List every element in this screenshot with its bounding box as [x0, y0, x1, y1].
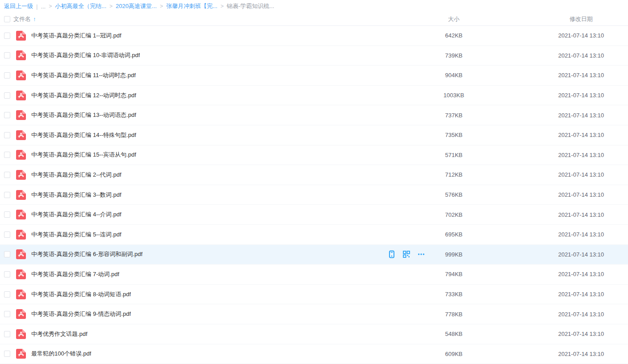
row-checkbox[interactable] — [4, 192, 10, 198]
file-name-link[interactable]: 中考英语-真题分类汇编 14--特殊句型.pdf — [31, 131, 136, 139]
table-header: 文件名 ↑ 大小 修改日期 — [0, 12, 628, 26]
column-header-filename[interactable]: 文件名 ↑ — [13, 15, 427, 23]
breadcrumb-separator: > — [49, 3, 52, 9]
file-size: 999KB — [427, 251, 481, 258]
filename-header-label: 文件名 — [13, 15, 31, 23]
file-name-link[interactable]: 中考英语-真题分类汇编 10-非谓语动词.pdf — [31, 51, 140, 59]
row-checkbox[interactable] — [4, 172, 10, 178]
select-all-checkbox[interactable] — [4, 16, 10, 22]
table-row[interactable]: 中考英语-真题分类汇编 9-情态动词.pdf 778KB 2021-07-14 … — [0, 304, 628, 324]
pdf-file-icon — [13, 150, 31, 160]
file-name-link[interactable]: 中考英语-真题分类汇编 9-情态动词.pdf — [31, 310, 131, 318]
file-name-link[interactable]: 中考优秀作文话题.pdf — [31, 330, 88, 338]
breadcrumb-back-link[interactable]: 返回上一级 — [4, 2, 33, 10]
row-checkbox[interactable] — [4, 331, 10, 337]
file-name-link[interactable]: 最常犯的100个错误.pdf — [31, 350, 91, 358]
file-size: 739KB — [427, 52, 481, 59]
row-checkbox[interactable] — [4, 112, 10, 118]
file-name-link[interactable]: 中考英语-真题分类汇编 5--连词.pdf — [31, 231, 121, 239]
file-date: 2021-07-14 13:10 — [481, 92, 628, 99]
row-checkbox[interactable] — [4, 211, 10, 218]
breadcrumb-separator: > — [109, 3, 113, 9]
file-name-link[interactable]: 中考英语-真题分类汇编 1--冠词.pdf — [31, 32, 121, 40]
pdf-file-icon — [13, 210, 31, 219]
file-size: 794KB — [427, 271, 481, 277]
file-name-link[interactable]: 中考英语-真题分类汇编 4--介词.pdf — [31, 211, 121, 219]
pdf-file-icon — [13, 309, 31, 319]
file-size: 904KB — [427, 72, 481, 79]
pdf-file-icon — [13, 190, 31, 200]
row-checkbox[interactable] — [4, 291, 10, 298]
file-size: 695KB — [427, 231, 481, 238]
pdf-file-icon — [13, 70, 31, 80]
pdf-file-icon — [13, 329, 31, 339]
row-checkbox[interactable] — [4, 92, 10, 99]
pdf-file-icon — [13, 31, 31, 41]
table-row[interactable]: 中考英语-真题分类汇编 2--代词.pdf 712KB 2021-07-14 1… — [0, 165, 628, 185]
file-name-link[interactable]: 中考英语-真题分类汇编 7-动词.pdf — [31, 270, 119, 278]
row-checkbox[interactable] — [4, 52, 10, 58]
column-header-size[interactable]: 大小 — [427, 15, 481, 23]
file-date: 2021-07-14 13:10 — [481, 351, 628, 357]
breadcrumb-link[interactable]: 2020高途课堂... — [116, 2, 157, 10]
table-row[interactable]: 最常犯的100个错误.pdf 609KB 2021-07-14 13:10 — [0, 344, 628, 364]
file-date: 2021-07-14 13:10 — [481, 112, 628, 119]
table-row[interactable]: 中考英语-真题分类汇编 1--冠词.pdf 642KB 2021-07-14 1… — [0, 26, 628, 46]
row-checkbox[interactable] — [4, 271, 10, 277]
table-row[interactable]: 中考英语-真题分类汇编 8-动词短语.pdf 733KB 2021-07-14 … — [0, 285, 628, 305]
file-name-link[interactable]: 中考英语-真题分类汇编 12--动词时态.pdf — [31, 91, 136, 99]
pdf-file-icon — [13, 269, 31, 279]
row-checkbox[interactable] — [4, 72, 10, 79]
column-header-date[interactable]: 修改日期 — [481, 15, 628, 23]
file-date: 2021-07-14 13:10 — [481, 251, 628, 258]
file-size: 548KB — [427, 331, 481, 337]
pdf-file-icon — [13, 249, 31, 259]
table-row[interactable]: 中考英语-真题分类汇编 6-形容词和副词.pdf — [0, 245, 628, 265]
pdf-file-icon — [13, 349, 31, 359]
table-row[interactable]: 中考英语-真题分类汇编 10-非谓语动词.pdf 739KB 2021-07-1… — [0, 46, 628, 66]
row-checkbox[interactable] — [4, 232, 10, 238]
row-checkbox[interactable] — [4, 132, 10, 138]
file-date: 2021-07-14 13:10 — [481, 311, 628, 318]
file-name-link[interactable]: 中考英语-真题分类汇编 13--动词语态.pdf — [31, 111, 136, 119]
breadcrumb-separator: > — [221, 3, 224, 9]
row-checkbox[interactable] — [4, 251, 10, 257]
file-name-link[interactable]: 中考英语-真题分类汇编 6-形容词和副词.pdf — [31, 250, 142, 258]
row-checkbox[interactable] — [4, 33, 10, 39]
qrcode-icon[interactable] — [402, 250, 410, 258]
breadcrumb-link[interactable]: 张馨月冲刺班【完... — [166, 2, 218, 10]
file-size: 571KB — [427, 152, 481, 158]
row-checkbox[interactable] — [4, 351, 10, 357]
table-row[interactable]: 中考英语-真题分类汇编 3--数词.pdf 576KB 2021-07-14 1… — [0, 185, 628, 205]
file-name-link[interactable]: 中考英语-真题分类汇编 15--宾语从句.pdf — [31, 151, 136, 159]
phone-icon[interactable] — [388, 250, 396, 258]
file-date: 2021-07-14 13:10 — [481, 191, 628, 198]
breadcrumb-collapsed-ellipsis[interactable]: ... — [41, 3, 46, 10]
file-name-link[interactable]: 中考英语-真题分类汇编 3--数词.pdf — [31, 191, 121, 199]
pdf-file-icon — [13, 130, 31, 140]
file-date: 2021-07-14 13:10 — [481, 72, 628, 79]
breadcrumb-pipe-divider: | — [36, 3, 38, 10]
file-size: 1003KB — [427, 92, 481, 99]
table-row[interactable]: 中考英语-真题分类汇编 4--介词.pdf 702KB 2021-07-14 1… — [0, 205, 628, 225]
breadcrumb-link[interactable]: 小初高最全（完结... — [55, 2, 106, 10]
table-row[interactable]: 中考英语-真题分类汇编 15--宾语从句.pdf 571KB 2021-07-1… — [0, 145, 628, 165]
file-name-link[interactable]: 中考英语-真题分类汇编 11--动词时态.pdf — [31, 71, 136, 79]
table-row[interactable]: 中考英语-真题分类汇编 14--特殊句型.pdf 735KB 2021-07-1… — [0, 125, 628, 145]
pdf-file-icon — [13, 110, 31, 120]
table-row[interactable]: 中考优秀作文话题.pdf 548KB 2021-07-14 13:10 — [0, 324, 628, 344]
more-actions-icon[interactable] — [417, 250, 425, 258]
table-row[interactable]: 中考英语-真题分类汇编 5--连词.pdf 695KB 2021-07-14 1… — [0, 225, 628, 245]
file-name-link[interactable]: 中考英语-真题分类汇编 2--代词.pdf — [31, 171, 121, 179]
pdf-file-icon — [13, 290, 31, 299]
file-date: 2021-07-14 13:10 — [481, 231, 628, 238]
file-date: 2021-07-14 13:10 — [481, 211, 628, 218]
table-row[interactable]: 中考英语-真题分类汇编 13--动词语态.pdf 737KB 2021-07-1… — [0, 105, 628, 125]
row-checkbox[interactable] — [4, 152, 10, 158]
table-row[interactable]: 中考英语-真题分类汇编 12--动词时态.pdf 1003KB 2021-07-… — [0, 86, 628, 106]
row-checkbox[interactable] — [4, 311, 10, 317]
table-row[interactable]: 中考英语-真题分类汇编 7-动词.pdf 794KB 2021-07-14 13… — [0, 265, 628, 285]
pdf-file-icon — [13, 170, 31, 180]
table-row[interactable]: 中考英语-真题分类汇编 11--动词时态.pdf 904KB 2021-07-1… — [0, 66, 628, 86]
file-name-link[interactable]: 中考英语-真题分类汇编 8-动词短语.pdf — [31, 290, 131, 298]
